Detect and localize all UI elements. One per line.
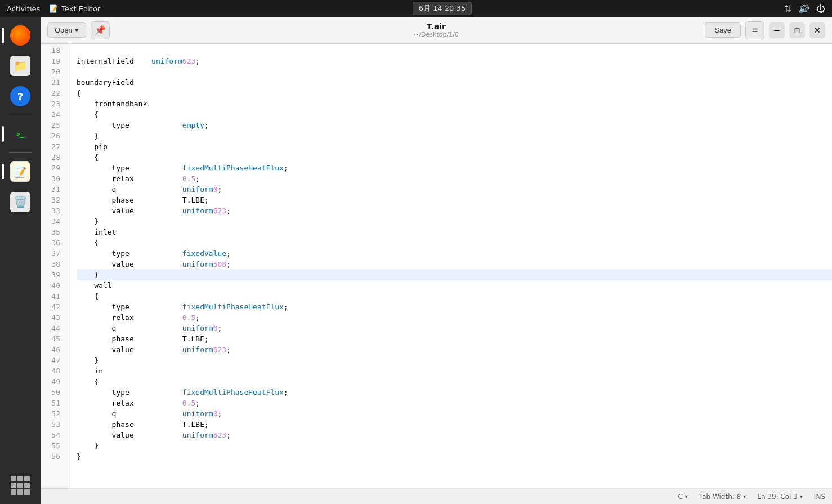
save-button[interactable]: Save [705,22,741,38]
maximize-button[interactable]: □ [789,22,805,38]
firefox-icon [10,25,30,46]
language-selector[interactable]: C ▾ [678,493,687,501]
code-line: in [77,366,832,376]
line-number: 46 [41,344,65,355]
code-line: } [77,216,832,227]
cursor-position-label: Ln 39, Col 3 [757,493,798,501]
dock-item-help[interactable]: ? [6,82,34,110]
sound-icon: 🔊 [798,3,809,14]
line-number: 55 [41,440,65,451]
open-label: Open [55,26,73,34]
code-line [77,66,832,77]
line-number: 24 [41,109,65,120]
line-number: 34 [41,216,65,227]
line-number: 44 [41,323,65,334]
line-number: 38 [41,259,65,269]
line-number: 32 [41,195,65,205]
insert-mode-label: INS [814,493,825,501]
dock-item-files[interactable]: 📁 [6,52,34,80]
line-numbers: 1819202122232425262728293031323334353637… [41,44,70,488]
line-number: 45 [41,334,65,344]
code-line: } [77,451,832,462]
toolbar-right: Save ≡ ─ □ ✕ [705,21,825,39]
line-number: 36 [41,237,65,248]
line-number: 35 [41,227,65,237]
code-line: type fixedMultiPhaseHeatFlux; [77,163,832,173]
code-line: } [77,355,832,366]
minimize-button[interactable]: ─ [769,22,785,38]
pin-button[interactable]: 📌 [91,21,110,39]
line-number: 20 [41,66,65,77]
line-number: 53 [41,419,65,430]
code-line: q uniform 0; [77,184,832,195]
open-button[interactable]: Open ▾ [47,22,86,38]
insert-mode: INS [814,493,825,501]
dock: 📁 ? >_ 📝 🗑️ [0,17,41,504]
grid-icon [11,476,30,495]
code-line: { [77,376,832,387]
line-number: 42 [41,302,65,312]
dock-item-texteditor[interactable]: 📝 [6,158,34,186]
tab-width-label: Tab Width: 8 [699,493,741,501]
text-editor-menu-icon: 📝 [49,4,58,13]
code-line: } [77,440,832,451]
code-line: { [77,109,832,120]
datetime-display: 6月 14 20:35 [413,2,472,15]
tab-width-chevron-icon: ▾ [743,493,746,500]
power-icon: ⏻ [816,3,825,14]
code-line: q uniform 0; [77,323,832,334]
dock-item-trash[interactable]: 🗑️ [6,188,34,216]
line-number: 48 [41,366,65,376]
code-line: } [77,269,832,280]
code-editor[interactable]: 1819202122232425262728293031323334353637… [41,44,832,488]
dock-item-firefox[interactable] [6,21,34,50]
line-number: 43 [41,312,65,323]
dock-item-terminal[interactable]: >_ [6,120,34,148]
app-indicator: 📝 Text Editor [49,4,100,13]
line-number: 51 [41,398,65,408]
line-number: 22 [41,88,65,98]
line-number: 47 [41,355,65,366]
code-line: relax 0.5; [77,398,832,408]
language-label: C [678,493,682,501]
code-line: relax 0.5; [77,173,832,184]
line-number: 52 [41,408,65,419]
line-number: 29 [41,163,65,173]
line-number: 31 [41,184,65,195]
trash-icon: 🗑️ [10,192,30,212]
close-icon: ✕ [814,26,821,35]
menu-button[interactable]: ≡ [745,21,764,39]
code-line: pip [77,141,832,152]
open-chevron-icon: ▾ [75,26,79,34]
app-name-label: Text Editor [61,4,100,13]
line-number: 19 [41,56,65,66]
line-number: 37 [41,248,65,259]
language-chevron-icon: ▾ [685,493,688,500]
dock-apps-grid[interactable] [6,471,34,500]
line-number: 33 [41,205,65,216]
textedit-icon: 📝 [10,161,30,182]
toolbar: Open ▾ 📌 T.air ~/Desktop/1/0 Save ≡ ─ □ [41,17,832,44]
tab-width-selector[interactable]: Tab Width: 8 ▾ [699,493,746,501]
close-button[interactable]: ✕ [809,22,825,38]
cursor-position[interactable]: Ln 39, Col 3 ▾ [757,493,803,501]
line-number: 26 [41,130,65,141]
line-number: 40 [41,280,65,291]
activities-label[interactable]: Activities [7,4,40,13]
code-line: { [77,237,832,248]
code-line: phase T.LBE; [77,419,832,430]
line-number: 56 [41,451,65,462]
main-window: 📁 ? >_ 📝 🗑️ Open ▾ [0,17,832,504]
code-line: frontandbank [77,98,832,109]
line-number: 28 [41,152,65,163]
line-number: 39 [41,269,65,280]
code-line: q uniform 0; [77,408,832,419]
line-number: 54 [41,430,65,440]
code-line: value uniform 623; [77,430,832,440]
code-line: type fixedValue; [77,248,832,259]
line-number: 41 [41,291,65,302]
code-content[interactable]: internalField uniform 623; boundaryField… [70,44,832,488]
code-line: { [77,88,832,98]
files-icon: 📁 [10,56,30,76]
status-bar: C ▾ Tab Width: 8 ▾ Ln 39, Col 3 ▾ INS [41,488,832,504]
